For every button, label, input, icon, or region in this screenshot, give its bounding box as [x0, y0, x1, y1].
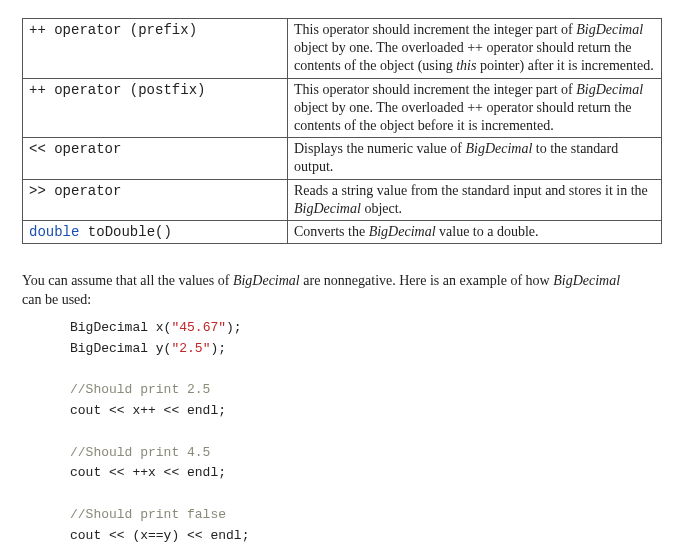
op-label: ++ operator (prefix) — [23, 19, 288, 79]
table-row: ++ operator (prefix) This operator shoul… — [23, 19, 662, 79]
op-label: >> operator — [23, 179, 288, 220]
op-desc: Converts the BigDecimal value to a doubl… — [288, 220, 662, 243]
code-sample: BigDecimal x("45.67"); BigDecimal y("2.5… — [70, 318, 678, 547]
table-row: << operator Displays the numeric value o… — [23, 138, 662, 179]
op-desc: This operator should increment the integ… — [288, 78, 662, 138]
prose-paragraph: You can assume that all the values of Bi… — [22, 272, 642, 310]
operator-table: ++ operator (prefix) This operator shoul… — [22, 18, 662, 244]
table-row: >> operator Reads a string value from th… — [23, 179, 662, 220]
op-desc: Displays the numeric value of BigDecimal… — [288, 138, 662, 179]
op-label: << operator — [23, 138, 288, 179]
op-label: ++ operator (postfix) — [23, 78, 288, 138]
op-desc: This operator should increment the integ… — [288, 19, 662, 79]
table-row: double toDouble() Converts the BigDecima… — [23, 220, 662, 243]
op-desc: Reads a string value from the standard i… — [288, 179, 662, 220]
table-row: ++ operator (postfix) This operator shou… — [23, 78, 662, 138]
op-label: double toDouble() — [23, 220, 288, 243]
